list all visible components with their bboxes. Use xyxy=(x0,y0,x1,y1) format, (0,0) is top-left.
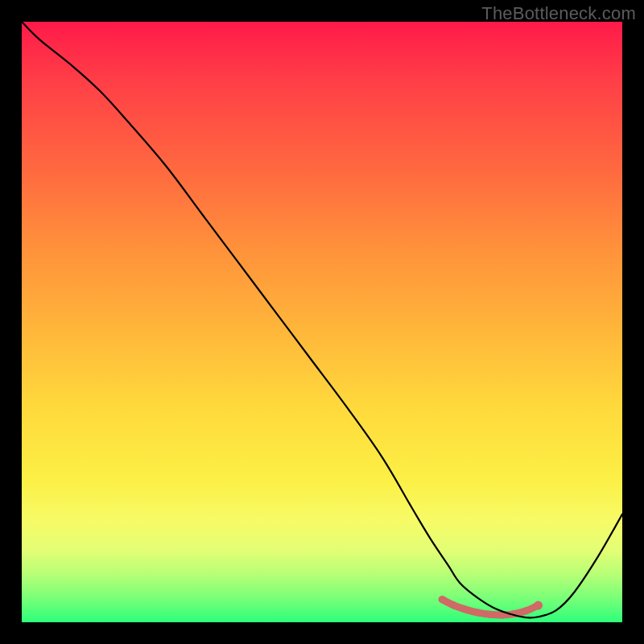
highlight-dot xyxy=(486,611,493,618)
bottleneck-curve xyxy=(22,22,622,617)
highlight-dot xyxy=(463,606,470,613)
highlight-dot xyxy=(451,602,458,609)
chart-svg xyxy=(22,22,622,622)
plot-area xyxy=(22,22,622,622)
chart-frame: TheBottleneck.com xyxy=(0,0,644,644)
watermark-text: TheBottleneck.com xyxy=(481,3,636,24)
highlight-dot xyxy=(522,607,530,614)
highlight-dot xyxy=(474,609,481,617)
highlight-dot xyxy=(439,596,446,603)
highlight-end-dot xyxy=(534,601,543,610)
